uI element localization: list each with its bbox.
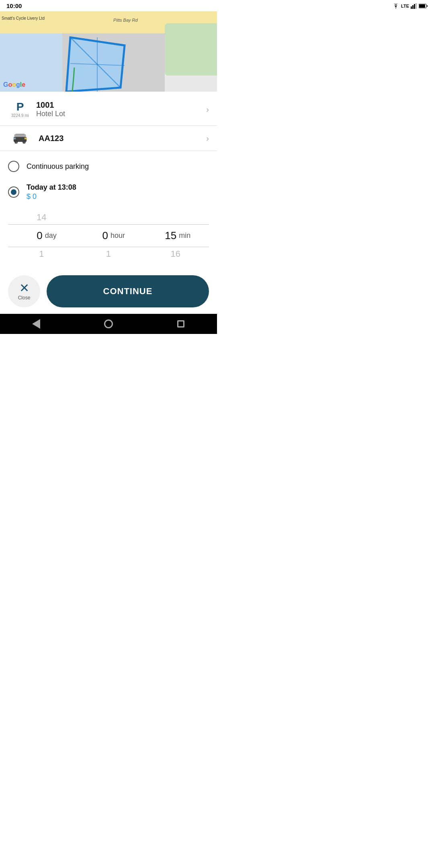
home-icon	[104, 319, 113, 328]
parking-lot-chevron: ›	[206, 105, 209, 114]
status-bar: 10:00 LTE	[0, 0, 217, 11]
time-below-min: 16	[142, 249, 209, 259]
timed-label: Today at 13:08 $ 0	[27, 183, 76, 201]
vehicle-row[interactable]: AA123 ›	[0, 126, 217, 151]
svg-point-17	[23, 141, 25, 143]
vehicle-chevron: ›	[206, 134, 209, 143]
parking-p-letter: P	[16, 101, 24, 113]
time-above: 14	[8, 211, 209, 224]
time-day-unit: day	[45, 231, 57, 240]
svg-rect-18	[14, 137, 16, 139]
vehicle-plate: AA123	[39, 134, 206, 143]
time-current[interactable]: 0 day 0 hour 15 min	[8, 224, 209, 247]
road-label: Pitts Bay Rd	[113, 18, 138, 23]
time-above-hour	[75, 212, 142, 223]
time-hour-val: 0	[92, 229, 108, 242]
svg-rect-13	[14, 134, 26, 137]
time-hour-col[interactable]: 0 hour	[75, 229, 142, 242]
continuous-text: Continuous parking	[27, 162, 89, 171]
time-below: 1 1 16	[8, 247, 209, 261]
time-day-val: 0	[27, 229, 43, 242]
continue-label: CONTINUE	[103, 286, 153, 297]
parking-icon: P 3224.9 mi	[8, 101, 32, 118]
timed-option[interactable]: Today at 13:08 $ 0	[8, 178, 209, 207]
continuous-option[interactable]: Continuous parking	[8, 155, 209, 178]
car-icon	[8, 133, 32, 143]
time-above-min	[142, 212, 209, 223]
map-area: Pitts Bay Rd Smatt's Cycle Livery Ltd G …	[0, 11, 217, 92]
time-above-day: 14	[8, 212, 75, 223]
timed-radio-fill	[11, 189, 16, 195]
navigation-bar	[0, 314, 217, 334]
continue-button[interactable]: CONTINUE	[47, 275, 209, 307]
timed-price: $ 0	[27, 192, 76, 201]
time-below-day: 1	[8, 249, 75, 259]
parking-distance: 3224.9 mi	[11, 113, 29, 118]
timed-radio[interactable]	[8, 186, 19, 198]
close-label: Close	[18, 295, 31, 301]
back-icon	[32, 319, 40, 329]
parking-options: Continuous parking Today at 13:08 $ 0	[0, 151, 217, 211]
map-path	[62, 68, 86, 92]
time-min-col[interactable]: 15 min	[142, 229, 209, 242]
parking-lot-info: 1001 Hotel Lot	[36, 100, 206, 118]
content-area: P 3224.9 mi 1001 Hotel Lot › AA123 ›	[0, 92, 217, 314]
status-time: 10:00	[6, 2, 22, 9]
svg-point-16	[15, 141, 17, 143]
continuous-radio[interactable]	[8, 161, 19, 172]
time-below-hour: 1	[75, 249, 142, 259]
google-logo: G o o g l e	[3, 81, 25, 88]
recents-button[interactable]	[175, 318, 187, 330]
time-min-unit: min	[179, 231, 190, 240]
parking-lot-name: 1001	[36, 100, 206, 110]
map-place-label: Smatt's Cycle Livery Ltd	[2, 16, 45, 20]
parking-lot-row[interactable]: P 3224.9 mi 1001 Hotel Lot ›	[0, 93, 217, 126]
time-day-col[interactable]: 0 day	[8, 229, 75, 242]
time-hour-unit: hour	[111, 231, 125, 240]
back-button[interactable]	[30, 318, 42, 330]
recents-icon	[177, 320, 184, 328]
parking-lot-subtitle: Hotel Lot	[36, 110, 206, 118]
timed-text: Today at 13:08	[27, 183, 76, 192]
time-picker[interactable]: 14 0 day 0 hour 15 min 1 1 16	[0, 211, 217, 269]
svg-rect-19	[25, 137, 27, 139]
close-button[interactable]: ✕ Close	[8, 275, 40, 307]
map-green-area	[165, 23, 217, 76]
bottom-buttons: ✕ Close CONTINUE	[0, 269, 217, 314]
home-button[interactable]	[102, 318, 115, 330]
time-min-val: 15	[160, 229, 176, 242]
continuous-label: Continuous parking	[27, 162, 89, 171]
close-x-icon: ✕	[19, 282, 29, 294]
